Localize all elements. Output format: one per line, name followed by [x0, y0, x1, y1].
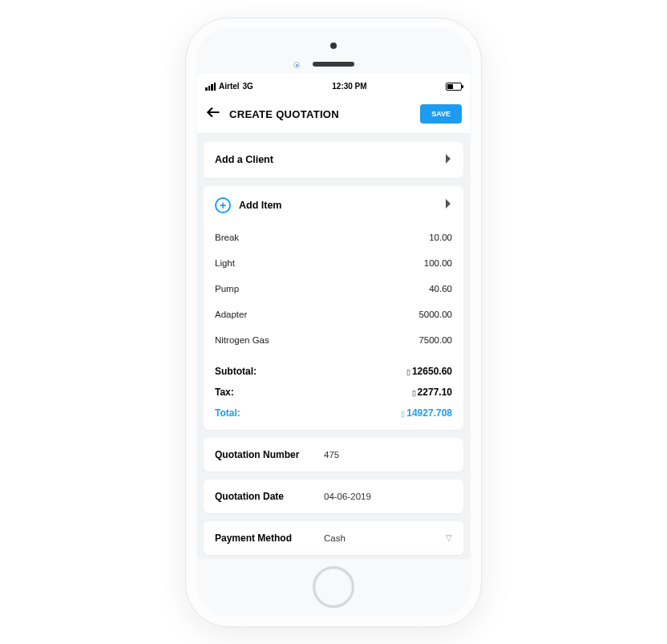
line-item[interactable]: Break 10.00 [204, 225, 463, 250]
home-button[interactable] [313, 566, 354, 608]
back-arrow-icon[interactable] [205, 104, 221, 124]
add-item-label: Add Item [239, 200, 281, 211]
proximity-sensor [293, 62, 300, 68]
tax-label: Tax: [215, 387, 234, 398]
line-item[interactable]: Light 100.00 [204, 250, 463, 276]
subtotal-label: Subtotal: [215, 366, 257, 377]
battery-icon [446, 83, 462, 91]
line-item[interactable]: Adapter 5000.00 [204, 302, 463, 327]
payment-method-label: Payment Method [215, 533, 311, 544]
phone-frame: Airtel 3G 12:30 PM CREATE QUOTATION SAVE… [185, 18, 482, 627]
items-card: + Add Item Break 10.00 Light 100.00 Pump [204, 186, 463, 430]
screen: Airtel 3G 12:30 PM CREATE QUOTATION SAVE… [197, 73, 470, 559]
quotation-number-value: 475 [324, 450, 339, 460]
item-price: 5000.00 [418, 310, 452, 319]
camera-dot [330, 43, 337, 49]
tax-value: ▯2277.10 [412, 387, 452, 398]
chevron-right-icon [444, 198, 452, 212]
add-client-card[interactable]: Add a Client [204, 142, 463, 178]
status-left: Airtel 3G [205, 82, 253, 91]
item-name: Nitrogen Gas [215, 335, 269, 345]
payment-method-value: Cash [324, 533, 346, 543]
network-label: 3G [243, 82, 253, 91]
tax-row: Tax: ▯2277.10 [204, 382, 463, 403]
quotation-date-card[interactable]: Quotation Date 04-06-2019 [204, 480, 463, 513]
item-name: Pump [215, 284, 239, 294]
item-price: 100.00 [424, 258, 452, 268]
item-price: 40.60 [429, 284, 452, 294]
item-price: 10.00 [429, 233, 452, 242]
total-value: ▯14927.708 [401, 407, 452, 419]
line-item[interactable]: Pump 40.60 [204, 276, 463, 302]
save-button[interactable]: SAVE [420, 104, 462, 124]
quotation-date-value: 04-06-2019 [324, 492, 371, 501]
chevron-right-icon [444, 153, 452, 167]
subtotal-value: ▯12650.60 [406, 366, 452, 377]
content-scroll[interactable]: Add a Client + Add Item Break 1 [197, 134, 470, 559]
status-bar: Airtel 3G 12:30 PM [197, 73, 470, 95]
quotation-number-card[interactable]: Quotation Number 475 [204, 438, 463, 472]
line-item[interactable]: Nitrogen Gas 7500.00 [204, 327, 463, 358]
add-client-label: Add a Client [215, 154, 273, 165]
speaker-grille [313, 62, 354, 67]
quotation-number-label: Quotation Number [215, 449, 311, 460]
item-name: Light [215, 258, 235, 268]
page-title: CREATE QUOTATION [229, 108, 339, 120]
plus-circle-icon: + [215, 197, 231, 213]
item-price: 7500.00 [418, 335, 452, 345]
chevron-down-icon: ▽ [446, 533, 452, 542]
status-time: 12:30 PM [332, 82, 366, 91]
home-button-area [197, 559, 470, 615]
svg-marker-2 [446, 199, 451, 209]
phone-top-bezel [197, 30, 470, 73]
item-name: Adapter [215, 310, 247, 319]
quotation-date-label: Quotation Date [215, 491, 311, 502]
total-row: Total: ▯14927.708 [204, 403, 463, 430]
payment-method-card[interactable]: Payment Method Cash ▽ [204, 521, 463, 555]
app-header: CREATE QUOTATION SAVE [197, 95, 470, 134]
item-name: Break [215, 233, 239, 242]
add-item-row[interactable]: + Add Item [204, 186, 463, 225]
signal-icon [205, 83, 216, 91]
subtotal-row: Subtotal: ▯12650.60 [204, 358, 463, 382]
carrier-label: Airtel [219, 82, 240, 91]
total-label: Total: [215, 407, 241, 419]
svg-marker-1 [446, 154, 451, 164]
